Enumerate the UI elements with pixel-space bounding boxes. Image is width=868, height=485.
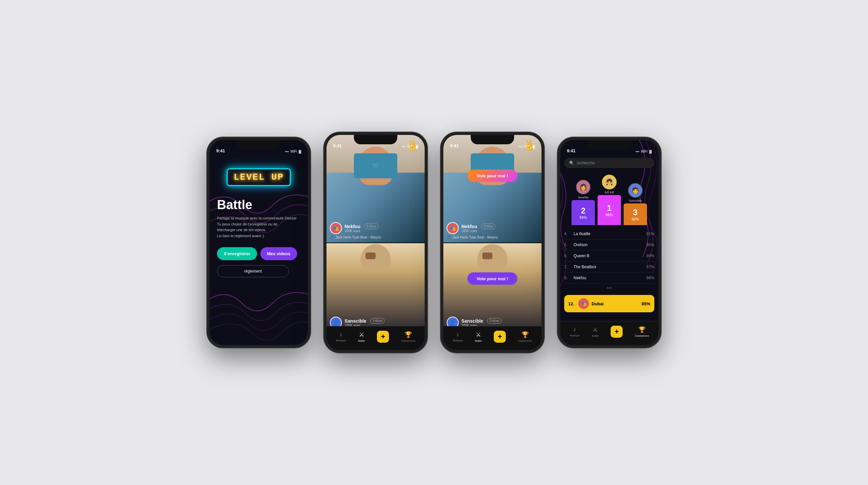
nav-battle-3[interactable]: ⚔ Battle <box>475 331 482 342</box>
name-3rd: Sanscible <box>629 199 642 203</box>
battle-description: Partage ta musique avec la communauté De… <box>217 215 297 239</box>
user1-views: 100K vues <box>344 229 379 233</box>
rank-name-6: Queen B <box>574 253 646 258</box>
wifi-icon-2: WiFi <box>407 145 414 148</box>
music-icon-1: 🎵 <box>330 236 334 239</box>
rank-pct-12: 85% <box>642 301 650 306</box>
nav-classement-2[interactable]: 🏆 Classement <box>401 331 415 342</box>
music-text-1: Jack Harlo Type Beat - Skeynz <box>336 236 381 239</box>
reglement-button[interactable]: règlement <box>217 265 289 277</box>
nav-plus-2[interactable]: + <box>377 331 389 343</box>
dots-ellipsis: ••• <box>564 283 654 292</box>
battle-nav-icon-2: ⚔ <box>359 331 364 338</box>
nav-battle-label-2: Battle <box>358 339 365 342</box>
nav-classement-label-3: Classement <box>518 339 532 342</box>
wifi-icon-4: WiFi <box>641 150 648 153</box>
nav-classement-label-4: Classement <box>635 334 649 337</box>
status-bar-3: 9:41 ▪▪▪ WiFi ▓ <box>443 135 541 150</box>
music-nav-icon-2: ♪ <box>340 331 343 338</box>
user2-name-3: Sanscible <box>461 318 483 324</box>
podium-3rd: 🧑 Sanscible 3 92% <box>624 183 647 225</box>
nav-musique-label-2: Musique <box>336 339 346 342</box>
avatar-3rd: 🧑 <box>628 183 643 198</box>
phone-4: 9:41 ▪▪▪ WiFi ▓ 🔍 recherche 👩 <box>558 137 661 348</box>
user2-name: Sanscible <box>344 318 366 324</box>
rank-num-4: 4. <box>564 232 571 236</box>
video1-overlay-3: 🎭 Nekfou Follow 100K vues 🎵 Jack Harlo T… <box>447 222 538 239</box>
nav-battle-label-4: Battle <box>592 334 598 337</box>
classement-nav-icon-3: 🏆 <box>522 331 529 338</box>
rank-name-4: La 6saille <box>574 232 646 236</box>
podium-section: 👩 Nouritta 2 93% 👧 Kill Kill 1 95 <box>560 171 658 227</box>
battery-icon-2: ▓ <box>416 145 418 148</box>
search-bar[interactable]: 🔍 recherche <box>564 158 654 168</box>
rank-name-7: The Beatbox <box>574 265 646 269</box>
bottom-nav-4: ♪ Musique ⚔ Battle + 🏆 Classement <box>560 321 658 345</box>
bottom-nav-2: ♪ Musique ⚔ Battle + 🏆 Classement <box>327 326 425 350</box>
status-icons-1: ▪▪▪ WiFi ▓ <box>285 150 301 153</box>
nav-musique-2[interactable]: ♪ Musique <box>336 331 346 342</box>
status-icons-2: ▪▪▪ WiFi ▓ <box>402 145 418 148</box>
name-1st: Kill Kill <box>605 191 614 194</box>
time-1: 9:41 <box>216 148 225 153</box>
rank-item-7: 7. The Beatbox 87% <box>564 262 654 273</box>
block-2nd: 2 93% <box>571 200 595 225</box>
nav-musique-3[interactable]: ♪ Musique <box>453 331 463 342</box>
battle-nav-icon-3: ⚔ <box>476 331 481 338</box>
register-button[interactable]: S'enregistrer <box>217 247 257 260</box>
phone1-content: LEVEL UP Battle Partage ta musique avec … <box>210 158 308 345</box>
nav-battle-4[interactable]: ⚔ Battle <box>592 326 598 337</box>
video1-overlay: 🎭 Nekfou Follow 100K vues 🎵 Jack Harlo T… <box>330 222 421 239</box>
user1-name-3: Nekfou <box>461 224 477 229</box>
podium-1st: 👧 Kill Kill 1 95% <box>597 175 621 225</box>
vote-bottom-button[interactable]: Vote pour moi ! <box>467 272 518 284</box>
status-bar-2: 9:41 ▪▪▪ WiFi ▓ <box>327 135 425 150</box>
phone-1: 9:41 ▪▪▪ WiFi ▓ LEVEL UP Battle Partage … <box>207 137 310 348</box>
nav-plus-3[interactable]: + <box>494 331 506 343</box>
avatar-1st: 👧 <box>602 175 617 189</box>
divider-3 <box>443 243 541 243</box>
rank-name-5: Orelson <box>574 243 646 247</box>
my-videos-button[interactable]: Mes videos <box>260 247 297 260</box>
bottom-video-3: Vote pour moi ! 👤 Sanscible Follow 100K … <box>443 243 541 337</box>
follow-btn-1[interactable]: Follow <box>364 223 379 229</box>
rank-name-8: Nekfou <box>574 276 646 280</box>
rank-name-12: Dubai <box>592 301 642 306</box>
status-bar-4: 9:41 ▪▪▪ WiFi ▓ <box>560 140 658 155</box>
action-buttons: S'enregistrer Mes videos <box>217 247 297 260</box>
bottom-nav-3: ♪ Musique ⚔ Battle + 🏆 Classement <box>443 326 541 350</box>
rank-1st: 1 <box>607 204 611 213</box>
user1-avatar-3: 🎭 <box>447 222 459 234</box>
podium-2nd: 👩 Nouritta 2 93% <box>571 180 595 225</box>
divider <box>327 243 425 243</box>
music-nav-icon-4: ♪ <box>573 326 576 333</box>
rank-num-8: 8. <box>564 276 571 280</box>
nav-plus-4[interactable]: + <box>611 326 623 338</box>
nav-classement-4[interactable]: 🏆 Classement <box>635 326 649 337</box>
music-text-3: Jack Harlo Type Beat - Skeynz <box>452 236 498 239</box>
rank-item-4: 4. La 6saille 91% <box>564 229 654 240</box>
nav-musique-4[interactable]: ♪ Musique <box>569 326 580 337</box>
classement-nav-icon-4: 🏆 <box>638 326 646 333</box>
battery-icon-3: ▓ <box>532 145 535 148</box>
status-bar-1: 9:41 ▪▪▪ WiFi ▓ <box>210 140 308 155</box>
nav-classement-3[interactable]: 🏆 Classement <box>518 331 532 342</box>
wifi-icon: WiFi <box>290 150 297 153</box>
time-2: 9:41 <box>333 143 342 148</box>
rank-num-5: 5. <box>564 243 571 247</box>
follow-btn-4[interactable]: Follow <box>487 318 501 324</box>
rank-item-highlight: 12. 🎭 Dubai 85% <box>564 295 654 312</box>
nav-musique-label-4: Musique <box>569 334 580 337</box>
nav-battle-2[interactable]: ⚔ Battle <box>358 331 365 342</box>
rank-num-6: 6. <box>564 253 571 258</box>
level-up-sign: LEVEL UP <box>227 168 291 186</box>
level-up-text: LEVEL UP <box>234 172 284 182</box>
battery-icon-4: ▓ <box>649 150 652 153</box>
rank-item-5: 5. Orelson 90% <box>564 240 654 250</box>
pct-3rd: 92% <box>632 217 639 221</box>
vote-top-button[interactable]: Vote pour moi ! <box>467 170 518 182</box>
follow-btn-3[interactable]: Follow <box>481 223 495 229</box>
follow-btn-2[interactable]: Follow <box>370 318 384 324</box>
music-nav-icon-3: ♪ <box>456 331 459 338</box>
status-icons-3: ▪▪▪ WiFi ▓ <box>519 145 535 148</box>
